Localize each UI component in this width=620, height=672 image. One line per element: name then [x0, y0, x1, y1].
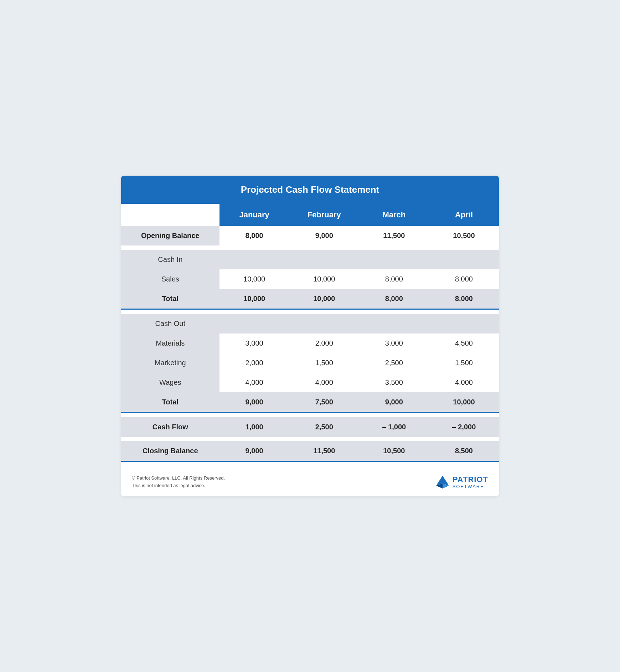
materials-label: Materials: [121, 334, 219, 353]
logo-area: PATRIOT SOFTWARE: [435, 475, 488, 489]
cash-out-total-april: 10,000: [429, 392, 499, 413]
footer: © Patriot Software, LLC. All Rights Rese…: [121, 467, 499, 497]
cash-in-total-february: 10,000: [289, 289, 359, 309]
opening-balance-january: 8,000: [219, 226, 289, 245]
marketing-row: Marketing 2,000 1,500 2,500 1,500: [121, 353, 499, 373]
header-april: April: [429, 204, 499, 226]
logo-sub: SOFTWARE: [453, 484, 488, 489]
cash-in-total-march: 8,000: [359, 289, 429, 309]
cash-in-apr-empty: [429, 250, 499, 269]
cash-in-total-label: Total: [121, 289, 219, 309]
cash-out-total-label: Total: [121, 392, 219, 413]
header-january: January: [219, 204, 289, 226]
header-label: [121, 204, 219, 226]
marketing-label: Marketing: [121, 353, 219, 373]
marketing-february: 1,500: [289, 353, 359, 373]
cash-out-total-february: 7,500: [289, 392, 359, 413]
page-title: Projected Cash Flow Statement: [121, 176, 499, 204]
cash-in-feb-empty: [289, 250, 359, 269]
closing-balance-april: 8,500: [429, 441, 499, 461]
main-card: Projected Cash Flow Statement January Fe…: [121, 176, 499, 497]
marketing-january: 2,000: [219, 353, 289, 373]
patriot-logo-icon: [435, 475, 450, 489]
materials-march: 3,000: [359, 334, 429, 353]
marketing-april: 1,500: [429, 353, 499, 373]
cash-out-header-row: Cash Out: [121, 314, 499, 334]
cash-out-total-row: Total 9,000 7,500 9,000 10,000: [121, 392, 499, 413]
cash-in-jan-empty: [219, 250, 289, 269]
materials-february: 2,000: [289, 334, 359, 353]
wages-february: 4,000: [289, 373, 359, 392]
cash-flow-label: Cash Flow: [121, 417, 219, 437]
cash-out-total-january: 9,000: [219, 392, 289, 413]
header-march: March: [359, 204, 429, 226]
header-row: January February March April: [121, 204, 499, 226]
copyright-text: © Patriot Software, LLC. All Rights Rese…: [132, 475, 225, 482]
cash-in-total-april: 8,000: [429, 289, 499, 309]
opening-balance-row: Opening Balance 8,000 9,000 11,500 10,50…: [121, 226, 499, 245]
cash-in-mar-empty: [359, 250, 429, 269]
materials-row: Materials 3,000 2,000 3,000 4,500: [121, 334, 499, 353]
wages-january: 4,000: [219, 373, 289, 392]
sales-february: 10,000: [289, 269, 359, 289]
sales-march: 8,000: [359, 269, 429, 289]
spacer-4: [121, 437, 499, 441]
closing-balance-february: 11,500: [289, 441, 359, 461]
materials-january: 3,000: [219, 334, 289, 353]
wages-row: Wages 4,000 4,000 3,500 4,000: [121, 373, 499, 392]
closing-balance-row: Closing Balance 9,000 11,500 10,500 8,50…: [121, 441, 499, 461]
opening-balance-march: 11,500: [359, 226, 429, 245]
wages-label: Wages: [121, 373, 219, 392]
cash-out-feb-empty: [289, 314, 359, 334]
cash-out-mar-empty: [359, 314, 429, 334]
cash-in-total-row: Total 10,000 10,000 8,000 8,000: [121, 289, 499, 309]
closing-balance-march: 10,500: [359, 441, 429, 461]
logo-name: PATRIOT: [453, 475, 488, 484]
closing-balance-label: Closing Balance: [121, 441, 219, 461]
cash-in-header-row: Cash In: [121, 250, 499, 269]
wages-april: 4,000: [429, 373, 499, 392]
cash-flow-february: 2,500: [289, 417, 359, 437]
cash-out-apr-empty: [429, 314, 499, 334]
cash-out-jan-empty: [219, 314, 289, 334]
sales-label: Sales: [121, 269, 219, 289]
spacer-3: [121, 412, 499, 417]
spacer-5: [121, 461, 499, 466]
cash-flow-january: 1,000: [219, 417, 289, 437]
cash-in-label: Cash In: [121, 250, 219, 269]
logo-text-block: PATRIOT SOFTWARE: [453, 475, 488, 489]
opening-balance-april: 10,500: [429, 226, 499, 245]
sales-row: Sales 10,000 10,000 8,000 8,000: [121, 269, 499, 289]
spacer-1: [121, 245, 499, 250]
wages-march: 3,500: [359, 373, 429, 392]
sales-january: 10,000: [219, 269, 289, 289]
disclaimer-text: This is not intended as legal advice.: [132, 482, 225, 490]
closing-balance-january: 9,000: [219, 441, 289, 461]
cash-out-total-march: 9,000: [359, 392, 429, 413]
spacer-2: [121, 309, 499, 314]
sales-april: 8,000: [429, 269, 499, 289]
header-february: February: [289, 204, 359, 226]
opening-balance-label: Opening Balance: [121, 226, 219, 245]
cash-flow-table: January February March April Opening Bal…: [121, 204, 499, 466]
opening-balance-february: 9,000: [289, 226, 359, 245]
materials-april: 4,500: [429, 334, 499, 353]
cash-flow-row: Cash Flow 1,000 2,500 – 1,000 – 2,000: [121, 417, 499, 437]
cash-flow-march: – 1,000: [359, 417, 429, 437]
cash-in-total-january: 10,000: [219, 289, 289, 309]
footer-text: © Patriot Software, LLC. All Rights Rese…: [132, 475, 225, 490]
cash-flow-april: – 2,000: [429, 417, 499, 437]
cash-out-label: Cash Out: [121, 314, 219, 334]
marketing-march: 2,500: [359, 353, 429, 373]
